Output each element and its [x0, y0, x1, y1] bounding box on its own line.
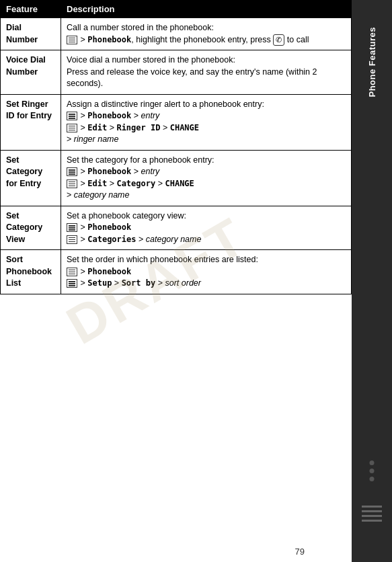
menu-icon [67, 179, 77, 188]
col-header-description: Description [61, 1, 352, 18]
sidebar-line [362, 510, 382, 512]
table-row: Voice Dial Number Voice dial a number st… [1, 50, 352, 95]
sidebar-line [362, 515, 382, 517]
menu-icon [67, 235, 77, 244]
sidebar-line [362, 506, 382, 508]
menu-icon [67, 124, 77, 132]
feature-label: Dial Number [1, 18, 61, 50]
col-header-feature: Feature [1, 1, 61, 18]
features-table: Feature Description Dial Number Call a n… [0, 0, 352, 294]
table-row: Dial Number Call a number stored in the … [1, 18, 352, 50]
feature-label: Set Category View [1, 206, 61, 250]
feature-description: Set the order in which phonebook entries… [61, 250, 352, 294]
menu-icon [67, 223, 77, 232]
sidebar-dot [370, 469, 375, 473]
feature-description: Voice dial a number stored in the phoneb… [61, 50, 352, 95]
menu-icon [67, 279, 77, 288]
table-row: Set Category View Set a phonebook catego… [1, 206, 352, 250]
menu-icon [67, 36, 77, 44]
sidebar-lines [362, 506, 382, 522]
table-row: Set Category for Entry Set the category … [1, 150, 352, 206]
sidebar-dots [370, 460, 375, 481]
feature-label: Sort Phonebook List [1, 250, 61, 294]
feature-label: Voice Dial Number [1, 50, 61, 95]
page-number: 79 [295, 547, 305, 557]
sidebar-line [362, 520, 382, 522]
menu-icon [67, 112, 77, 120]
sidebar-dot [370, 460, 375, 465]
feature-label: Set Category for Entry [1, 150, 61, 206]
page-container: DRAFT Feature Description Dial Number Ca… [0, 0, 392, 562]
feature-description: Assign a distinctive ringer alert to a p… [61, 94, 352, 150]
feature-description: Set a phonebook category view: > Phonebo… [61, 206, 352, 250]
bottom-area: 79 [0, 541, 352, 562]
feature-description: Call a number stored in the phonebook: >… [61, 18, 352, 50]
feature-label: Set Ringer ID for Entry [1, 94, 61, 150]
sidebar-dot [370, 477, 375, 481]
table-row: Sort Phonebook List Set the order in whi… [1, 250, 352, 294]
menu-icon [67, 167, 77, 176]
sidebar-label: Phone Features [367, 27, 377, 97]
feature-description: Set the category for a phonebook entry: … [61, 150, 352, 206]
main-content: DRAFT Feature Description Dial Number Ca… [0, 0, 352, 562]
right-sidebar: Phone Features [352, 0, 392, 562]
call-button-icon: ✆ [273, 34, 284, 46]
table-row: Set Ringer ID for Entry Assign a distinc… [1, 94, 352, 150]
menu-icon [67, 268, 77, 276]
